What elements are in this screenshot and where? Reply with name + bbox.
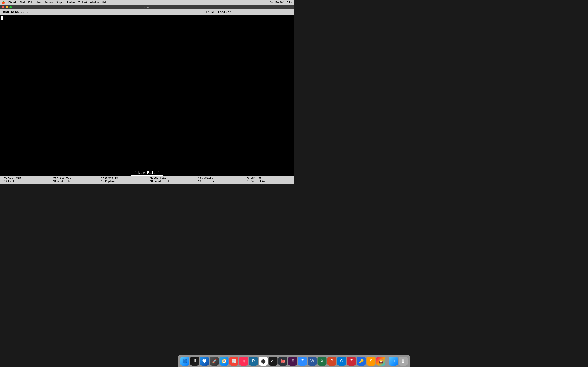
menu-profiles[interactable]: Profiles <box>67 1 75 4</box>
menu-toolbelt[interactable]: Toolbelt <box>78 1 87 4</box>
terminal-window: 2. ssh GNU nano 2.5.3 File: test.sh [ Ne… <box>0 5 294 184</box>
shortcut-label: Exit <box>8 180 15 183</box>
shortcut-key: ^C <box>244 176 250 179</box>
shortcut-row-2: ^XExit^RRead File^\Replace^UUncut Text^T… <box>0 180 294 183</box>
minimize-button[interactable] <box>6 6 8 8</box>
new-file-badge: [ New File ] <box>131 170 163 176</box>
shortcut-item: ^XExit <box>2 180 50 183</box>
shortcut-key: ^O <box>50 176 56 179</box>
shortcut-label: Cur Pos <box>251 176 262 179</box>
nano-shortcuts: ^GGet Help^OWrite Out^WWhere Is^KCut Tex… <box>0 176 294 184</box>
shortcut-key: ^U <box>147 180 153 183</box>
nano-filename: File: test.sh <box>147 11 291 14</box>
shortcut-key: ^_ <box>244 180 250 183</box>
menubar-left: 🍎 iTerm2 Shell Edit View Session Scripts… <box>2 1 107 4</box>
traffic-lights <box>2 6 12 8</box>
menu-view[interactable]: View <box>36 1 41 4</box>
shortcut-label: Go To Line <box>251 180 267 183</box>
shortcut-item: ^KCut Text <box>147 176 195 179</box>
shortcut-label: Cut Text <box>154 176 166 179</box>
titlebar: 2. ssh <box>0 5 294 9</box>
shortcut-label: Justify <box>202 176 213 179</box>
shortcut-label: Replace <box>105 180 116 183</box>
status-bar: [ New File ] <box>0 169 294 176</box>
shortcut-label: Read File <box>57 180 71 183</box>
maximize-button[interactable] <box>9 6 12 8</box>
menu-shell[interactable]: Shell <box>19 1 25 4</box>
shortcut-item: ^UUncut Text <box>147 180 195 183</box>
shortcut-label: Get Help <box>8 176 21 179</box>
apple-menu[interactable]: 🍎 <box>2 1 5 4</box>
shortcut-item: ^CCur Pos <box>244 176 292 179</box>
shortcut-key: ^G <box>2 176 7 179</box>
shortcut-key: ^R <box>50 180 56 183</box>
editor-area[interactable] <box>0 15 294 169</box>
shortcut-key: ^T <box>195 180 201 183</box>
menubar: 🍎 iTerm2 Shell Edit View Session Scripts… <box>0 0 294 5</box>
shortcut-item: ^\Replace <box>99 180 147 183</box>
text-cursor <box>1 16 3 20</box>
shortcut-item: ^WWhere Is <box>99 176 147 179</box>
close-button[interactable] <box>2 6 4 8</box>
nano-header: GNU nano 2.5.3 File: test.sh <box>0 9 294 15</box>
shortcut-key: ^J <box>195 176 201 179</box>
shortcut-label: Where Is <box>105 176 118 179</box>
shortcut-key: ^\ <box>99 180 104 183</box>
nano-header-text: GNU nano 2.5.3 File: test.sh <box>3 11 291 14</box>
shortcut-label: Uncut Text <box>154 180 169 183</box>
shortcut-key: ^K <box>147 176 153 179</box>
menu-clock: Sun Mar 10 2:17 PM <box>270 1 292 4</box>
shortcut-item: ^_Go To Line <box>244 180 292 183</box>
menu-window[interactable]: Window <box>90 1 99 4</box>
shortcut-item: ^TTo Linter <box>195 180 244 183</box>
shortcut-key: ^W <box>99 176 104 179</box>
shortcut-item: ^JJustify <box>195 176 244 179</box>
shortcut-item: ^GGet Help <box>2 176 50 179</box>
nano-version: GNU nano 2.5.3 <box>3 11 147 14</box>
app-name[interactable]: iTerm2 <box>8 1 16 4</box>
shortcut-label: To Linter <box>202 180 216 183</box>
menu-scripts[interactable]: Scripts <box>56 1 64 4</box>
shortcut-key: ^X <box>2 180 7 183</box>
shortcut-row-1: ^GGet Help^OWrite Out^WWhere Is^KCut Tex… <box>0 176 294 180</box>
menu-edit[interactable]: Edit <box>28 1 33 4</box>
shortcut-item: ^OWrite Out <box>50 176 98 179</box>
menu-session[interactable]: Session <box>44 1 53 4</box>
shortcut-item: ^RRead File <box>50 180 98 183</box>
shortcut-label: Write Out <box>57 176 71 179</box>
menubar-right: Sun Mar 10 2:17 PM <box>270 1 292 4</box>
menu-help[interactable]: Help <box>102 1 107 4</box>
window-title: 2. ssh <box>144 6 150 8</box>
